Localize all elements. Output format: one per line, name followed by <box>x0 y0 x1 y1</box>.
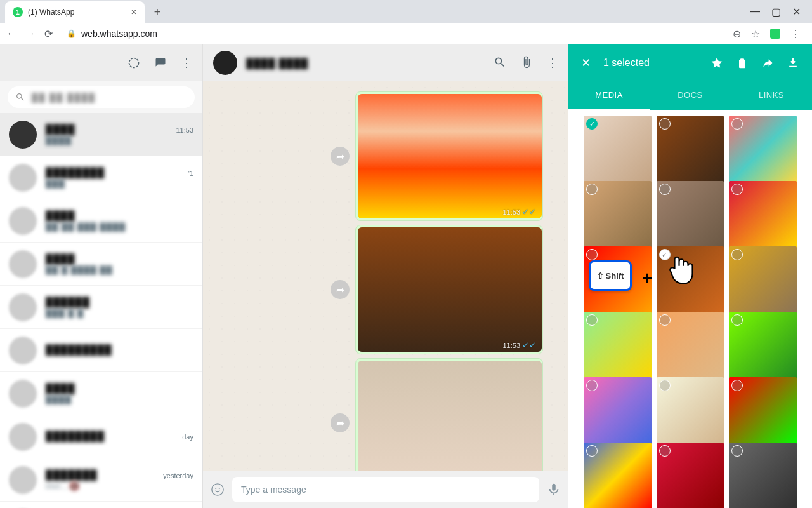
check-icon[interactable] <box>731 184 743 195</box>
media-thumbnail[interactable] <box>729 246 797 314</box>
plus-icon: + <box>642 268 652 288</box>
forward-icon[interactable]: ➦ <box>331 147 350 166</box>
close-icon[interactable]: ✕ <box>792 6 801 18</box>
chat-menu-icon[interactable]: ⋮ <box>547 56 558 70</box>
extension-icon[interactable] <box>770 29 780 39</box>
media-thumbnail[interactable] <box>657 312 724 380</box>
check-icon[interactable] <box>586 445 598 457</box>
zoom-icon[interactable]: ⊖ <box>733 28 741 40</box>
media-thumbnail[interactable] <box>729 443 797 508</box>
tab-media[interactable]: MEDIA <box>568 81 650 110</box>
media-thumbnail[interactable] <box>657 116 724 184</box>
chat-list-item[interactable]: ██████ ███ █ █ <box>0 286 202 329</box>
delete-icon[interactable] <box>736 57 749 69</box>
check-icon[interactable] <box>659 380 671 391</box>
maximize-icon[interactable]: ▢ <box>771 6 781 18</box>
menu-icon[interactable]: ⋮ <box>181 56 192 70</box>
chat-search-icon[interactable] <box>494 56 506 69</box>
emoji-icon[interactable] <box>211 483 225 497</box>
check-icon[interactable] <box>659 314 671 326</box>
chat-preview: ███ █ █ <box>46 309 193 318</box>
check-icon[interactable] <box>586 249 598 260</box>
chat-list-item[interactable]: ████████ day <box>0 415 202 458</box>
download-icon[interactable] <box>787 57 799 69</box>
chat-list-item[interactable]: ████ ██ ██ ███ ████ <box>0 199 202 243</box>
browser-menu-icon[interactable]: ⋮ <box>790 28 801 40</box>
check-icon[interactable] <box>731 249 743 260</box>
forward-icon[interactable]: ➦ <box>331 413 350 432</box>
media-grid[interactable]: ✓✓ ⇧ Shift + <box>568 110 812 508</box>
attach-icon[interactable] <box>520 56 533 69</box>
media-thumbnail[interactable] <box>657 377 724 445</box>
chat-time: yesterday <box>163 472 193 479</box>
reload-icon[interactable]: ⟳ <box>44 28 53 40</box>
media-thumbnail[interactable] <box>584 377 652 445</box>
chat-name: █████████ <box>46 344 112 355</box>
check-icon[interactable] <box>586 314 598 326</box>
media-thumbnail[interactable] <box>584 181 652 249</box>
avatar <box>9 380 37 408</box>
media-thumbnail[interactable] <box>657 443 724 508</box>
chat-list[interactable]: ████ 11:53 ████ ████████ '1 ███ ████ <box>0 113 202 508</box>
tab-links[interactable]: LINKS <box>731 81 812 110</box>
star-icon[interactable] <box>710 57 723 69</box>
tab-strip: 1 (1) WhatsApp ✕ + — ▢ ✕ <box>0 0 812 23</box>
photo-attachment[interactable] <box>358 94 542 218</box>
check-icon[interactable] <box>731 445 743 457</box>
media-thumbnail[interactable] <box>729 377 797 445</box>
chat-list-item[interactable]: ████████ '1 ███ <box>0 156 202 199</box>
check-icon[interactable] <box>731 314 743 326</box>
chat-list-item[interactable]: █████████ <box>0 329 202 372</box>
avatar <box>9 293 37 321</box>
bookmark-icon[interactable]: ☆ <box>751 28 760 40</box>
message-image[interactable]: ➦ 11:53✓✓ <box>355 225 543 354</box>
media-thumbnail[interactable] <box>584 312 652 380</box>
tab-close-icon[interactable]: ✕ <box>131 8 137 17</box>
message-input[interactable]: Type a message <box>232 477 539 502</box>
media-thumbnail[interactable] <box>729 181 797 249</box>
media-thumbnail[interactable]: ✓ <box>584 116 652 184</box>
url-text: web.whatsapp.com <box>81 29 157 39</box>
photo-attachment[interactable] <box>358 227 542 352</box>
search-input[interactable]: ██ ██ ████ <box>8 86 195 108</box>
status-icon[interactable] <box>128 57 140 69</box>
media-thumbnail[interactable] <box>584 443 652 508</box>
minimize-icon[interactable]: — <box>750 6 760 18</box>
media-thumbnail[interactable] <box>729 116 797 184</box>
contact-avatar[interactable] <box>213 51 237 75</box>
new-chat-icon[interactable] <box>154 57 167 69</box>
photo-attachment[interactable] <box>358 361 542 471</box>
check-icon[interactable] <box>659 118 671 130</box>
check-icon[interactable] <box>659 184 671 195</box>
check-icon[interactable] <box>731 118 743 130</box>
chat-list-item[interactable]: ███████ yesterday invi...🔇 <box>0 458 202 502</box>
media-thumbnail[interactable] <box>657 181 724 249</box>
forward-icon[interactable]: ➦ <box>331 280 350 299</box>
sidebar-header: ⋮ <box>0 44 202 81</box>
media-thumbnail[interactable] <box>729 312 797 380</box>
whatsapp-favicon: 1 <box>13 7 23 17</box>
check-icon[interactable] <box>586 380 598 391</box>
message-image[interactable]: ➦ 11:53✓✓ <box>355 358 543 471</box>
check-icon[interactable] <box>731 380 743 391</box>
share-icon[interactable] <box>761 57 774 69</box>
back-icon[interactable]: ← <box>6 28 16 39</box>
browser-tab[interactable]: 1 (1) WhatsApp ✕ <box>5 1 145 23</box>
chat-list-item[interactable]: ████ ████ <box>0 372 202 415</box>
messages-area[interactable]: ➦ 11:53✓✓ ➦ 11:53✓✓ ➦ 11:53✓✓ <box>203 81 568 471</box>
close-media-icon[interactable]: ✕ <box>581 56 591 70</box>
chat-list-item[interactable]: ████ ██ █ ████ ██ <box>0 243 202 286</box>
selection-count: 1 selected <box>603 57 650 69</box>
check-icon[interactable]: ✓ <box>586 118 598 130</box>
check-icon[interactable] <box>586 184 598 195</box>
tab-docs[interactable]: DOCS <box>650 81 731 110</box>
url-bar[interactable]: 🔒 web.whatsapp.com <box>62 29 719 39</box>
new-tab-button[interactable]: + <box>148 3 166 21</box>
message-image[interactable]: ➦ 11:53✓✓ <box>355 91 543 221</box>
contact-name[interactable]: ████ ████ <box>246 58 308 69</box>
chat-list-item[interactable]: ████ yesterday <box>0 502 202 508</box>
mic-icon[interactable] <box>547 483 561 497</box>
check-icon[interactable] <box>659 445 671 457</box>
avatar <box>9 207 37 235</box>
chat-list-item[interactable]: ████ 11:53 ████ <box>0 113 202 156</box>
